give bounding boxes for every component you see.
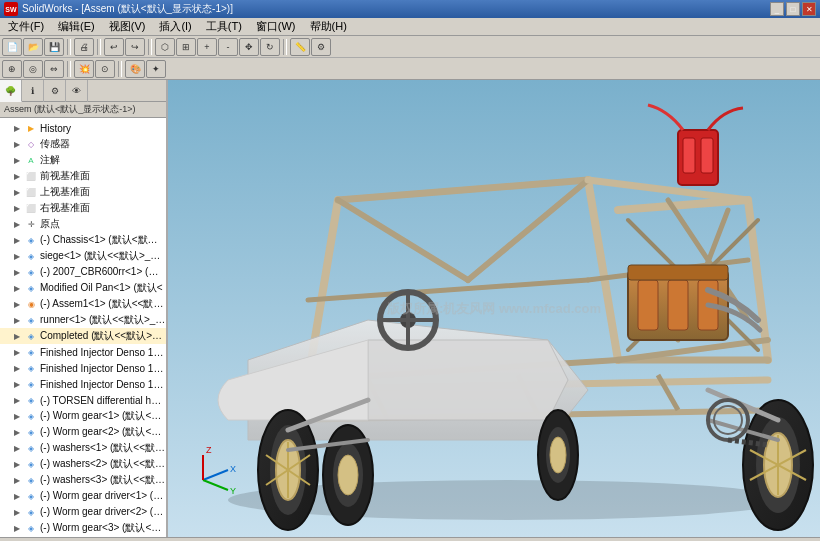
tree-expand-icon[interactable]: ▶ [12,315,22,325]
menu-file[interactable]: 文件(F) [2,18,50,35]
menu-edit[interactable]: 编辑(E) [52,18,101,35]
tree-item[interactable]: ▶⬜右视基准面 [0,200,166,216]
tree-item-icon: ▶ [24,121,38,135]
tree-item[interactable]: ▶◈(-) Worm gear driver<1> (默认< [0,488,166,504]
svg-text:Y: Y [230,486,236,496]
tree-item-icon: ◈ [24,345,38,359]
mate-btn[interactable]: ◎ [23,60,43,78]
tab-config[interactable]: ⚙ [44,80,66,102]
tree-expand-icon[interactable]: ▶ [12,267,22,277]
tree-expand-icon[interactable]: ▶ [12,139,22,149]
rotate-btn[interactable]: ↻ [260,38,280,56]
tab-display[interactable]: 👁 [66,80,88,102]
tree-expand-icon[interactable]: ▶ [12,379,22,389]
tree-item[interactable]: ▶◈runner<1> (默认<<默认>_显示状 [0,312,166,328]
menu-insert[interactable]: 插入(I) [153,18,197,35]
tree-expand-icon[interactable]: ▶ [12,171,22,181]
tree-item[interactable]: ▶⬜上视基准面 [0,184,166,200]
tree-expand-icon[interactable]: ▶ [12,299,22,309]
menu-tools[interactable]: 工具(T) [200,18,248,35]
tree-item[interactable]: ▶◈Finished Injector Denso 106C [0,360,166,376]
open-btn[interactable]: 📂 [23,38,43,56]
tree-item[interactable]: ▶◉(-) Assem1<1> (默认<<默认>_ [0,296,166,312]
menu-window[interactable]: 窗口(W) [250,18,302,35]
tree-item[interactable]: ▶A注解 [0,152,166,168]
tree-expand-icon[interactable]: ▶ [12,411,22,421]
move-component-btn[interactable]: ⇔ [44,60,64,78]
tree-expand-icon[interactable]: ▶ [12,331,22,341]
tree-item[interactable]: ▶◈(-) Worm gear<2> (默认<<默认 [0,424,166,440]
tree-item[interactable]: ▶⬜前视基准面 [0,168,166,184]
tree-item[interactable]: ▶◈siege<1> (默认<<默认>_显示状态 [0,248,166,264]
section-view-btn[interactable]: ⊙ [95,60,115,78]
appearance-btn[interactable]: 🎨 [125,60,145,78]
measure-btn[interactable]: 📏 [290,38,310,56]
tree-expand-icon[interactable]: ▶ [12,187,22,197]
tree-item-label: 注解 [40,153,60,167]
tree-item[interactable]: ▶◈Finished Injector Denso 106C [0,376,166,392]
render-btn[interactable]: ✦ [146,60,166,78]
zoom-in-btn[interactable]: + [197,38,217,56]
insert-component-btn[interactable]: ⊕ [2,60,22,78]
tree-expand-icon[interactable]: ▶ [12,123,22,133]
tree-item[interactable]: ▶◈(-) washers<2> (默认<<默认>_显 [0,456,166,472]
explode-btn[interactable]: 💥 [74,60,94,78]
tree-expand-icon[interactable]: ▶ [12,363,22,373]
zoom-out-btn[interactable]: - [218,38,238,56]
tree-item[interactable]: ▶◈Completed (默认<<默认>_显示 [0,328,166,344]
sw-logo: SW [4,2,18,16]
tree-expand-icon[interactable]: ▶ [12,507,22,517]
save-btn[interactable]: 💾 [44,38,64,56]
menu-view[interactable]: 视图(V) [103,18,152,35]
menu-help[interactable]: 帮助(H) [304,18,353,35]
tree-item[interactable]: ▶▶History [0,120,166,136]
tree-expand-icon[interactable]: ▶ [12,283,22,293]
zoom-fit-btn[interactable]: ⊞ [176,38,196,56]
maximize-btn[interactable]: □ [786,2,800,16]
tree-expand-icon[interactable]: ▶ [12,395,22,405]
tree-expand-icon[interactable]: ▶ [12,203,22,213]
tree-expand-icon[interactable]: ▶ [12,459,22,469]
tree-expand-icon[interactable]: ▶ [12,347,22,357]
tab-properties[interactable]: ℹ [22,80,44,102]
tree-expand-icon[interactable]: ▶ [12,443,22,453]
undo-btn[interactable]: ↩ [104,38,124,56]
tree-expand-icon[interactable]: ▶ [12,155,22,165]
tree-item[interactable]: ▶◈(-) 2007_CBR600rr<1> (默认<<1 [0,264,166,280]
tree-expand-icon[interactable]: ▶ [12,235,22,245]
tree-item[interactable]: ▶◈Finished Injector Denso 106C [0,344,166,360]
tree-expand-icon[interactable]: ▶ [12,251,22,261]
view-3d-btn[interactable]: ⬡ [155,38,175,56]
tree-item[interactable]: ▶◇传感器 [0,136,166,152]
tree-item-label: 右视基准面 [40,201,90,215]
viewport[interactable]: X Y Z 版权所属:机友风网 www.mfcad.com [168,80,820,537]
tree-item[interactable]: ▶◈(-) Worm gear driver<2> (默认< [0,504,166,520]
redo-btn[interactable]: ↪ [125,38,145,56]
options-btn[interactable]: ⚙ [311,38,331,56]
tree-expand-icon[interactable]: ▶ [12,491,22,501]
tree-item[interactable]: ▶◈Modified Oil Pan<1> (默认< [0,280,166,296]
tree-expand-icon[interactable]: ▶ [12,523,22,533]
tree-item[interactable]: ▶✛原点 [0,216,166,232]
tree-item-icon: ✛ [24,217,38,231]
minimize-btn[interactable]: _ [770,2,784,16]
tree-item-icon: ⬜ [24,201,38,215]
tree-item[interactable]: ▶◈(-) Worm gear<3> (默认<<默认 [0,520,166,536]
tree-item[interactable]: ▶◈(-) Chassis<1> (默认<默认_显示状 [0,232,166,248]
print-btn[interactable]: 🖨 [74,38,94,56]
tree-expand-icon[interactable]: ▶ [12,475,22,485]
tree-expand-icon[interactable]: ▶ [12,219,22,229]
tree-item[interactable]: ▶◈(-) washers<1> (默认<<默认>_显 [0,440,166,456]
tree-item[interactable]: ▶◈(-) Worm gear<1> (默认<<默认 [0,408,166,424]
tree-item[interactable]: ▶◈(-) Worm gear<4> (默认<<默认 [0,536,166,537]
sep3 [148,39,152,55]
new-btn[interactable]: 📄 [2,38,22,56]
tree-item[interactable]: ▶◈(-) TORSEN differential housing [0,392,166,408]
tab-feature-tree[interactable]: 🌳 [0,80,22,102]
tree-item[interactable]: ▶◈(-) washers<3> (默认<<默认>_显 [0,472,166,488]
close-btn[interactable]: ✕ [802,2,816,16]
tree-item-label: 上视基准面 [40,185,90,199]
tree-container[interactable]: ▶▶History▶◇传感器▶A注解▶⬜前视基准面▶⬜上视基准面▶⬜右视基准面▶… [0,118,166,537]
pan-btn[interactable]: ✥ [239,38,259,56]
tree-expand-icon[interactable]: ▶ [12,427,22,437]
